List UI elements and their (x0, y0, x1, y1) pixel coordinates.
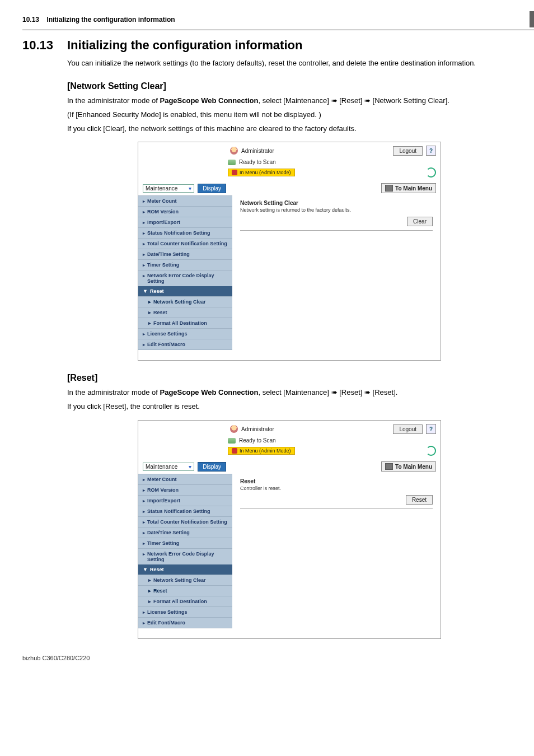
sidebar-blank (138, 628, 232, 638)
sidebar-item[interactable]: ▸Date/Time Setting (138, 527, 232, 538)
sidebar-item[interactable]: ▸License Settings (138, 328, 232, 339)
subsection-title-1: [Network Setting Clear] (67, 81, 534, 91)
to-main-menu-button[interactable]: To Main Menu (381, 461, 436, 472)
display-button[interactable]: Display (198, 184, 226, 193)
sidebar-item[interactable]: ▸Edit Font/Macro (138, 617, 232, 628)
admin-icon (230, 147, 238, 155)
screenshot-panel-1: Administrator Logout ? Ready to Scan In … (138, 142, 441, 361)
chevron-down-icon: ▾ (189, 185, 191, 192)
clear-button[interactable]: Clear (407, 217, 433, 226)
sidebar-item[interactable]: ▸Total Counter Notification Setting (138, 516, 232, 527)
panel-content: Reset Controller is reset. Reset (232, 474, 441, 638)
menu-icon (385, 463, 393, 470)
intro-paragraph: You can initialize the network settings … (67, 58, 534, 69)
sidebar-group-reset[interactable]: ▼Reset (138, 564, 232, 575)
sidebar-item[interactable]: ▸Status Notification Setting (138, 506, 232, 516)
admin-label: Administrator (241, 148, 274, 154)
menu-icon (385, 185, 393, 192)
logout-button[interactable]: Logout (393, 424, 423, 434)
section-title: Initializing the configuration informati… (67, 38, 302, 53)
sec1-p3: If you click [Clear], the network settin… (67, 124, 534, 134)
content-desc: Controller is reset. (240, 486, 433, 491)
sidebar-item[interactable]: ▸Network Error Code Display Setting (138, 270, 232, 286)
sidebar-item[interactable]: ▸Meter Count (138, 195, 232, 206)
sidebar-blank (138, 349, 232, 360)
content-heading: Reset (240, 478, 433, 484)
mode-bar: In Menu (Admin Mode) (228, 447, 295, 455)
sidebar-sub[interactable]: ▸Network Setting Clear (138, 575, 232, 585)
logout-button[interactable]: Logout (393, 146, 423, 156)
sidebar-sub[interactable]: ▸Network Setting Clear (138, 296, 232, 307)
sidebar-item[interactable]: ▸Timer Setting (138, 538, 232, 548)
sidebar-group-reset[interactable]: ▼Reset (138, 286, 232, 296)
reset-button[interactable]: Reset (406, 495, 433, 505)
sidebar-sub[interactable]: ▸Format All Destination (138, 596, 232, 606)
sidebar-item[interactable]: ▸ROM Version (138, 484, 232, 495)
footer-left: bizhub C360/C280/C220 (22, 655, 90, 661)
help-icon[interactable]: ? (426, 146, 436, 156)
content-desc: Network setting is returned to the facto… (240, 207, 433, 213)
sidebar-item[interactable]: ▸Network Error Code Display Setting (138, 548, 232, 564)
mode-icon (232, 170, 237, 175)
mode-icon (232, 448, 237, 454)
section-heading: 10.13 Initializing the configuration inf… (22, 38, 534, 53)
status-icon (228, 160, 236, 165)
sidebar-sub[interactable]: ▸Reset (138, 585, 232, 596)
status-text: Ready to Scan (239, 159, 276, 165)
sidebar-item[interactable]: ▸Timer Setting (138, 259, 232, 270)
content-heading: Network Setting Clear (240, 200, 433, 206)
refresh-icon[interactable] (426, 446, 436, 456)
help-icon[interactable]: ? (426, 424, 436, 434)
sidebar-item[interactable]: ▸Import/Export (138, 217, 232, 227)
admin-icon (230, 425, 238, 433)
admin-label: Administrator (241, 426, 274, 432)
sidebar: ▸Meter Count ▸ROM Version ▸Import/Export… (138, 474, 232, 638)
sec1-p2: (If [Enhanced Security Mode] is enabled,… (67, 110, 534, 120)
sidebar-item[interactable]: ▸Total Counter Notification Setting (138, 238, 232, 249)
sec2-p2: If you click [Reset], the controller is … (67, 402, 534, 412)
sidebar-item[interactable]: ▸Import/Export (138, 495, 232, 506)
page-footer: bizhub C360/C280/C220 10-31 (22, 655, 534, 661)
sidebar-sub[interactable]: ▸Format All Destination (138, 318, 232, 328)
divider (240, 508, 433, 509)
category-select[interactable]: Maintenance▾ (143, 463, 194, 471)
status-icon (228, 438, 236, 444)
sidebar-item[interactable]: ▸License Settings (138, 606, 232, 617)
runhead-title: Initializing the configuration informati… (46, 16, 175, 24)
category-select[interactable]: Maintenance▾ (143, 184, 194, 193)
chapter-chip: 10 (530, 11, 534, 27)
sidebar-item[interactable]: ▸Date/Time Setting (138, 249, 232, 259)
sidebar-item[interactable]: ▸Status Notification Setting (138, 227, 232, 238)
screenshot-panel-2: Administrator Logout ? Ready to Scan In … (138, 420, 441, 639)
subsection-title-2: [Reset] (67, 373, 534, 383)
refresh-icon[interactable] (426, 167, 436, 178)
divider (240, 230, 433, 231)
mode-bar: In Menu (Admin Mode) (228, 169, 295, 176)
runhead-text: 10.13 Initializing the configuration inf… (22, 16, 530, 24)
sidebar-sub[interactable]: ▸Reset (138, 307, 232, 318)
sidebar-item[interactable]: ▸ROM Version (138, 206, 232, 217)
panel-content: Network Setting Clear Network setting is… (232, 195, 441, 360)
sidebar-item[interactable]: ▸Edit Font/Macro (138, 339, 232, 349)
sec2-p1: In the administrator mode of PageScope W… (67, 388, 534, 398)
runhead-secno: 10.13 (22, 16, 39, 24)
sidebar: ▸Meter Count ▸ROM Version ▸Import/Export… (138, 195, 232, 360)
section-number: 10.13 (22, 38, 67, 53)
to-main-menu-button[interactable]: To Main Menu (381, 183, 436, 193)
running-header: 10.13 Initializing the configuration inf… (22, 11, 534, 30)
sec1-p1: In the administrator mode of PageScope W… (67, 96, 534, 106)
display-button[interactable]: Display (198, 462, 226, 472)
chevron-down-icon: ▾ (189, 464, 191, 470)
status-text: Ready to Scan (239, 437, 276, 444)
sidebar-item[interactable]: ▸Meter Count (138, 474, 232, 484)
